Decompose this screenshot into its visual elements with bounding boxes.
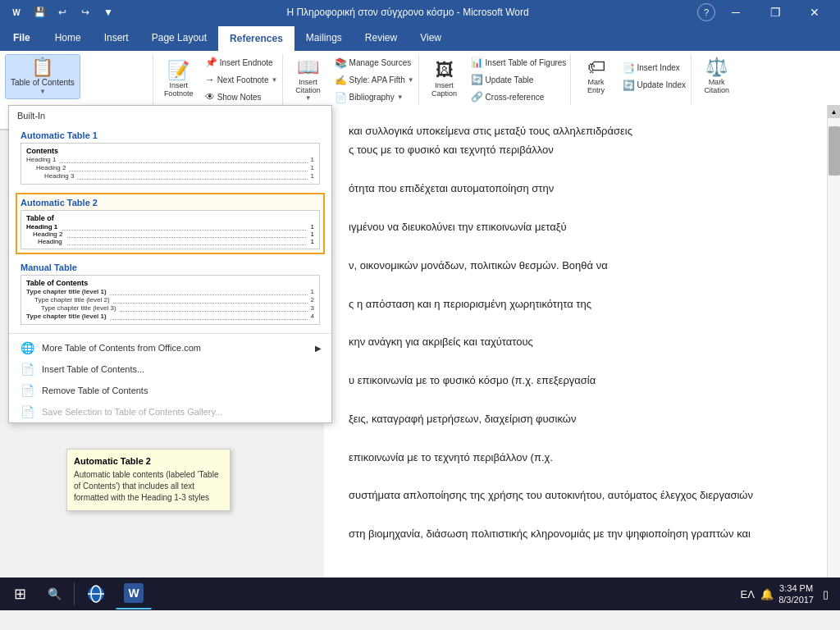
auto2-h3-page: 1 <box>311 238 314 245</box>
auto1-h2: Heading 2 1 <box>26 164 314 171</box>
taskbar-word-app[interactable]: W <box>116 578 152 609</box>
insert-citation-button[interactable]: 📖 InsertCitation ▼ <box>288 54 329 106</box>
insert-index-icon: 📑 <box>623 62 635 74</box>
titlebar: W 💾 ↩ ↪ ▼ Η Πληροφορική στον σύγχρονο κό… <box>0 0 840 25</box>
window-title: Η Πληροφορική στον σύγχρονο κόσμο - Micr… <box>118 7 697 18</box>
search-button[interactable]: 🔍 <box>38 578 71 609</box>
scroll-track[interactable] <box>828 118 840 578</box>
redo-qat-button[interactable]: ↪ <box>75 2 95 22</box>
taskbar-ie-app[interactable] <box>78 578 114 609</box>
manual-h3: Type chapter title (level 3) 3 <box>26 304 314 312</box>
update-index-label: Update Index <box>637 80 687 89</box>
next-footnote-button[interactable]: → Next Footnote ▼ <box>201 71 282 88</box>
insert-endnote-button[interactable]: 📌 Insert Endnote <box>201 54 282 71</box>
undo-qat-button[interactable]: ↩ <box>52 2 72 22</box>
update-table-captions-button[interactable]: 🔄 Update Table <box>467 71 571 88</box>
tab-review[interactable]: Review <box>354 25 409 51</box>
insert-caption-button[interactable]: 🖼 InsertCaption <box>424 57 465 102</box>
style-dropdown[interactable]: ✍ Style: APA Fifth ▼ <box>331 72 418 89</box>
insert-index-button[interactable]: 📑 Insert Index <box>619 60 691 76</box>
toc-auto1-item[interactable]: Automatic Table 1 Contents Heading 1 1 H… <box>16 126 325 189</box>
doc-para-3 <box>349 160 802 179</box>
save-qat-button[interactable]: 💾 <box>30 2 49 22</box>
cross-reference-label: Cross-reference <box>486 93 545 102</box>
toc-auto2-item[interactable]: Automatic Table 2 Table of Heading 1 1 H… <box>16 193 325 254</box>
auto1-h3-label: Heading 3 <box>44 172 74 180</box>
manual-h1b: Type chapter title (level 1) 4 <box>26 313 314 320</box>
tab-view[interactable]: View <box>409 25 453 51</box>
auto2-h3-row: Heading 1 <box>26 238 314 245</box>
auto2-heading-row: Heading 1 1 <box>26 223 314 231</box>
mark-entry-button[interactable]: 🏷 MarkEntry <box>576 54 617 98</box>
doc-para-16: ξεις, καταγραφή μετρήσεων, διαχείριση φυ… <box>349 409 802 428</box>
doc-para-5 <box>349 199 802 217</box>
scroll-up-button[interactable]: ▲ <box>828 105 841 118</box>
tab-file[interactable]: File <box>0 25 43 51</box>
toc-dropdown: Built-In Automatic Table 1 Contents Head… <box>8 105 332 423</box>
minimize-button[interactable]: ─ <box>717 0 755 25</box>
auto1-h2-page: 1 <box>311 164 314 171</box>
manual-h1-label: Type chapter title (level 1) <box>26 288 107 295</box>
bibliography-button[interactable]: 📄 Bibliography ▼ <box>331 89 418 106</box>
lang-label: ΕΛ <box>740 588 754 600</box>
manual-h3-page: 3 <box>311 304 314 312</box>
more-toc-label: More Table of Contents from Office.com <box>42 343 201 353</box>
doc-para-10: ς η απόσταση και η περιορισμένη χωρητικό… <box>349 294 802 313</box>
manual-h2-label: Type chapter title (level 2) <box>34 296 110 304</box>
auto2-h2-row: Heading 2 1 <box>26 231 314 238</box>
tab-references[interactable]: References <box>218 25 294 51</box>
cross-reference-button[interactable]: 🔗 Cross-reference <box>467 89 571 105</box>
word-icon[interactable]: W <box>7 2 26 22</box>
caption-icon: 🖼 <box>436 62 454 80</box>
toc-auto2-preview: Table of Heading 1 1 Heading 2 1 Heading… <box>21 210 320 249</box>
manage-sources-button[interactable]: 📚 Manage Sources <box>331 55 418 71</box>
customize-qat-button[interactable]: ▼ <box>98 2 118 22</box>
insert-table-figures-button[interactable]: 📊 Insert Table of Figures <box>467 54 571 71</box>
style-label: Style: APA Fifth <box>349 75 405 84</box>
systray-lang[interactable]: ΕΛ <box>739 586 756 602</box>
show-desktop-button[interactable]: ▯ <box>817 586 833 602</box>
help-button[interactable]: ? <box>697 3 715 21</box>
show-notes-button[interactable]: 👁 Show Notes <box>201 89 282 105</box>
close-button[interactable]: ✕ <box>796 0 833 25</box>
insert-footnote-button[interactable]: 📝 InsertFootnote <box>158 57 199 102</box>
doc-para-21 <box>349 505 802 524</box>
doc-para-17 <box>349 428 802 447</box>
doc-para-15 <box>349 390 802 409</box>
mark-citation-button[interactable]: ⚖️ MarkCitation <box>696 54 737 98</box>
footnote-label: InsertFootnote <box>164 81 194 98</box>
tab-insert[interactable]: Insert <box>93 25 140 51</box>
table-of-contents-button[interactable]: 📋 Table of Contents ▼ <box>5 54 80 99</box>
tooltip-description: Automatic table contents (labeled 'Table… <box>74 469 223 504</box>
tab-page-layout[interactable]: Page Layout <box>140 25 218 51</box>
tab-home[interactable]: Home <box>43 25 93 51</box>
toc-dropdown-arrow: ▼ <box>39 88 46 95</box>
table-figures-icon: 📊 <box>471 57 483 68</box>
toc-manual-item[interactable]: Manual Table Table of Contents Type chap… <box>16 258 325 330</box>
scroll-thumb[interactable] <box>829 126 840 176</box>
auto2-h1-page: 1 <box>311 223 314 231</box>
system-clock[interactable]: 3:34 PM 8/3/2017 <box>778 582 814 606</box>
doc-para-12: κην ανάγκη για ακριβείς και ταχύτατους <box>349 332 802 351</box>
document-scrollbar[interactable]: ▲ ▼ <box>827 105 840 591</box>
toc-auto1-preview: Contents Heading 1 1 Heading 2 1 Heading… <box>21 143 320 185</box>
notification-icon[interactable]: 🔔 <box>759 586 775 602</box>
toc-auto1-title: Automatic Table 1 <box>21 130 320 140</box>
insert-toc-item[interactable]: 📄 Insert Table of Contents... <box>9 358 331 380</box>
update-index-button[interactable]: 🔄 Update Index <box>619 77 691 94</box>
more-toc-item[interactable]: 🌐 More Table of Contents from Office.com… <box>9 337 331 358</box>
doc-para-14: υ επικοινωνία με το φυσικό κόσμο (π.χ. ε… <box>349 371 802 390</box>
remove-toc-item[interactable]: 📄 Remove Table of Contents <box>9 380 331 401</box>
document-area[interactable]: και συλλογικά υποκείμενα στις μεταξύ του… <box>324 105 827 591</box>
manual-h3-label: Type chapter title (level 3) <box>41 304 116 312</box>
tab-mailings[interactable]: Mailings <box>294 25 354 51</box>
restore-button[interactable]: ❐ <box>756 0 794 25</box>
toc-auto2-title: Automatic Table 2 <box>21 198 320 208</box>
doc-para-20: συστήματα απλοποίησης της χρήσης του αυτ… <box>349 486 802 504</box>
doc-para-19 <box>349 467 802 486</box>
doc-para-9 <box>349 275 802 294</box>
next-footnote-icon: → <box>205 74 215 85</box>
mark-entry-icon: 🏷 <box>587 58 605 76</box>
start-button[interactable]: ⊞ <box>3 578 36 609</box>
footnote-icon: 📝 <box>167 62 189 80</box>
